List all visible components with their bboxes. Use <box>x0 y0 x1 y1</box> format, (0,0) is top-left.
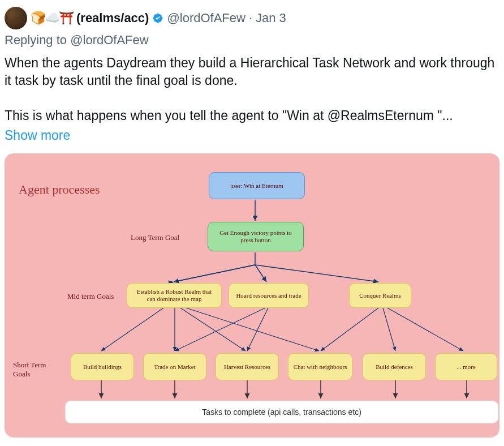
node-short-5: Build defences <box>363 353 426 380</box>
svg-line-4 <box>255 265 266 282</box>
show-more-link[interactable]: Show more <box>5 128 70 143</box>
label-long-term: Long Term Goal <box>131 233 179 242</box>
svg-line-10 <box>175 308 265 351</box>
user-handle[interactable]: @lordOfAFew <box>167 11 245 25</box>
node-mid-1: Establish a Robust Realm that can domina… <box>127 283 222 308</box>
separator-dot: · <box>249 11 252 25</box>
avatar[interactable] <box>5 7 27 29</box>
node-short-6: ... more <box>435 353 497 380</box>
svg-line-9 <box>186 308 319 351</box>
node-mid-3: Conquer Realms <box>349 283 411 308</box>
reply-handle[interactable]: @lordOfAFew <box>70 33 148 47</box>
svg-line-2 <box>174 265 255 282</box>
tweet-body: When the agents Daydream they build a Hi… <box>5 54 499 125</box>
diagram-panel: Agent processes <box>5 154 499 437</box>
node-mid-2: Hoard resources and trade <box>229 283 309 308</box>
svg-line-5 <box>255 265 378 282</box>
node-short-2: Trade on Market <box>143 353 206 380</box>
node-short-4: Chat with neighbours <box>288 353 352 380</box>
tweet-header: 🍞☁️⛩️ (realms/acc) @lordOfAFew · Jan 3 <box>5 7 499 29</box>
label-mid-term: Mid term Goals <box>67 292 114 301</box>
display-emoji: 🍞☁️⛩️ <box>31 11 73 25</box>
node-short-1: Build buildings <box>71 353 134 380</box>
svg-line-6 <box>101 308 163 351</box>
svg-line-14 <box>387 308 463 351</box>
reply-context: Replying to @lordOfAFew <box>5 33 499 48</box>
tweet-media[interactable]: Agent processes <box>5 153 499 438</box>
svg-line-11 <box>247 308 268 351</box>
node-short-3: Harvest Resources <box>216 353 279 380</box>
reply-prefix: Replying to <box>5 33 70 47</box>
panel-title: Agent processes <box>19 182 100 197</box>
display-name[interactable]: (realms/acc) <box>76 11 149 25</box>
tweet-date[interactable]: Jan 3 <box>256 11 286 25</box>
node-long-term: Get Enough victory points to press butto… <box>208 222 304 251</box>
svg-line-3 <box>174 265 255 282</box>
label-short-term: Short Term Goals <box>13 361 46 379</box>
svg-line-13 <box>383 308 395 351</box>
tweet-container: 🍞☁️⛩️ (realms/acc) @lordOfAFew · Jan 3 R… <box>0 0 504 438</box>
tasks-bar: Tasks to complete (api calls, transactio… <box>65 401 498 423</box>
svg-line-8 <box>180 308 245 351</box>
verified-badge-icon <box>152 12 163 24</box>
svg-line-12 <box>321 308 378 351</box>
node-user-goal: user: Win at Eternum <box>209 172 305 199</box>
